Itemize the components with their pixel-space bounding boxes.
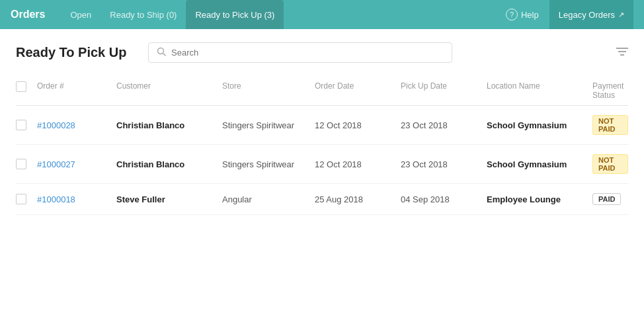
payment-status-2: PAID	[592, 193, 628, 205]
customer-1: Christian Blanco	[116, 159, 222, 169]
select-all-checkbox[interactable]	[16, 81, 37, 100]
customer-0: Christian Blanco	[116, 120, 222, 130]
app-header: Orders Open Ready to Ship (0) Ready to P…	[0, 0, 644, 29]
search-bar	[148, 42, 452, 63]
row-checkbox-0[interactable]	[16, 120, 37, 130]
order-link-2[interactable]: #1000018	[37, 194, 75, 204]
order-link-1[interactable]: #1000027	[37, 159, 75, 169]
payment-badge-1: NOT PAID	[592, 154, 628, 174]
col-store: Store	[222, 81, 315, 100]
svg-line-1	[163, 54, 166, 56]
table-row: #1000028 Christian Blanco Stingers Spiri…	[16, 106, 628, 145]
main-content: Ready To Pick Up Order #	[0, 29, 644, 228]
store-1: Stingers Spiritwear	[222, 159, 315, 169]
filter-icon[interactable]	[616, 47, 628, 58]
order-date-1: 12 Oct 2018	[315, 159, 401, 169]
location-0: School Gymnasium	[487, 120, 592, 130]
help-button[interactable]: ? Help	[506, 9, 539, 21]
col-order-date: Order Date	[315, 81, 401, 100]
orders-table: Order # Customer Store Order Date Pick U…	[16, 76, 628, 215]
table-row: #1000027 Christian Blanco Stingers Spiri…	[16, 145, 628, 184]
help-circle-icon: ?	[506, 9, 518, 21]
help-label: Help	[521, 10, 539, 20]
store-0: Stingers Spiritwear	[222, 120, 315, 130]
payment-status-1: NOT PAID	[592, 154, 628, 174]
app-title: Orders	[11, 9, 45, 21]
pickup-date-1: 23 Oct 2018	[401, 159, 487, 169]
pickup-date-2: 04 Sep 2018	[401, 194, 487, 204]
legacy-label: Legacy Orders	[559, 10, 615, 20]
nav-open[interactable]: Open	[61, 0, 101, 29]
pickup-date-0: 23 Oct 2018	[401, 120, 487, 130]
col-location: Location Name	[487, 81, 592, 100]
external-link-icon: ↗	[618, 11, 624, 19]
header-right: ? Help Legacy Orders ↗	[506, 0, 633, 29]
payment-status-0: NOT PAID	[592, 115, 628, 135]
nav-ready-to-pickup[interactable]: Ready to Pick Up (3)	[186, 0, 284, 29]
col-payment: Payment Status	[592, 81, 628, 100]
col-pickup-date: Pick Up Date	[401, 81, 487, 100]
order-date-0: 12 Oct 2018	[315, 120, 401, 130]
page-title: Ready To Pick Up	[16, 45, 148, 60]
order-date-2: 25 Aug 2018	[315, 194, 401, 204]
search-icon	[157, 47, 166, 58]
row-checkbox-2[interactable]	[16, 194, 37, 204]
col-order-num: Order #	[37, 81, 116, 100]
main-nav: Open Ready to Ship (0) Ready to Pick Up …	[61, 0, 506, 29]
store-2: Angular	[222, 194, 315, 204]
row-checkbox-1[interactable]	[16, 159, 37, 169]
table-row: #1000018 Steve Fuller Angular 25 Aug 201…	[16, 184, 628, 215]
customer-2: Steve Fuller	[116, 194, 222, 204]
legacy-orders-button[interactable]: Legacy Orders ↗	[549, 0, 633, 29]
table-header: Order # Customer Store Order Date Pick U…	[16, 76, 628, 106]
search-input[interactable]	[171, 48, 444, 58]
payment-badge-0: NOT PAID	[592, 115, 628, 135]
payment-badge-2: PAID	[592, 193, 621, 205]
page-header: Ready To Pick Up	[16, 42, 628, 63]
nav-ready-to-ship[interactable]: Ready to Ship (0)	[101, 0, 186, 29]
order-link-0[interactable]: #1000028	[37, 120, 75, 130]
col-customer: Customer	[116, 81, 222, 100]
location-1: School Gymnasium	[487, 159, 592, 169]
location-2: Employee Lounge	[487, 194, 592, 204]
